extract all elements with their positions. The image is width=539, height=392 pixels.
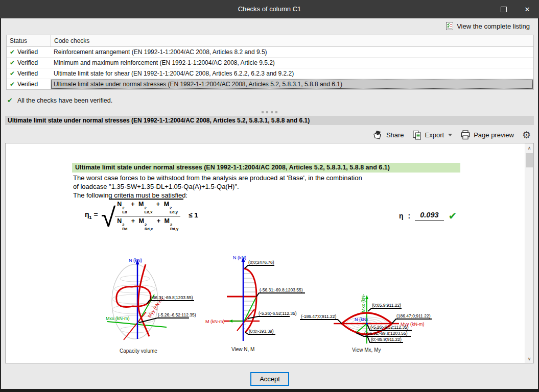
column-header-code-checks[interactable]: Code checks	[51, 35, 533, 46]
view-complete-listing-link[interactable]: View the complete listing	[446, 22, 530, 30]
table-row[interactable]: ✔Verified Minimum and maximum reinforcem…	[7, 58, 533, 68]
printer-icon	[460, 130, 471, 140]
formula-numerator: N2Ed + M2Ed,x + M2Ed,y	[115, 200, 180, 216]
maximize-button[interactable]	[492, 0, 515, 18]
check-icon: ✔	[7, 96, 13, 104]
point-label: (-56.31;-69.8;1203.55)	[150, 295, 193, 300]
accept-button[interactable]: Accept	[250, 372, 289, 386]
check-text: Ultimate limit state under normal stress…	[54, 79, 342, 89]
page-preview-button[interactable]: Page preview	[460, 130, 514, 140]
settings-button[interactable]: ⚙	[522, 130, 531, 140]
check-cell: Reinforcement arrangement (EN 1992-1-1:2…	[51, 47, 533, 57]
close-icon: ✕	[525, 6, 530, 13]
vertical-scrollbar[interactable]: ∧ ∨	[525, 143, 533, 363]
splitter-handle[interactable]	[0, 111, 539, 113]
export-copy-icon	[412, 130, 422, 140]
table-row[interactable]: ✔Verified Ultimate limit state for shear…	[7, 68, 533, 79]
result-value: 0.093	[415, 211, 443, 221]
point-label: (0;0;-393.39)	[249, 329, 274, 334]
report-toolbar: Share Export Page preview ⚙	[373, 128, 531, 142]
status-label: Verified	[17, 47, 38, 57]
section-header: Ultimate limit state under normal stress…	[5, 116, 534, 125]
formula-fraction: N2Ed + M2Ed,x + M2Ed,y N2Rd + M2Rd,x + M…	[109, 199, 183, 232]
summary-line: ✔ All the checks have been verified.	[7, 96, 112, 104]
utilization-result: η : 0.093 ✔	[399, 210, 457, 222]
check-text: Ultimate limit state for shear (EN 1992-…	[54, 68, 294, 79]
utilization-formula: η1 = √ N2Ed + M2Ed,x + M2Ed,y N2Rd + M2R…	[85, 199, 198, 232]
window-frame-left	[0, 18, 1, 392]
result-symbol: η	[399, 212, 404, 220]
column-header-status[interactable]: Status	[7, 35, 51, 46]
formula-condition: ≤ 1	[189, 211, 198, 219]
point-label: (-5.26;-6.52;112.35)	[370, 325, 409, 330]
view-mx-my-diagram: N (kN) Myy (kN-m) Mxx (kN-m) (0;85.9;911…	[297, 294, 465, 360]
check-text: Minimum and maximum reinforcement (EN 19…	[54, 58, 275, 68]
table-row[interactable]: ✔Verified Reinforcement arrangement (EN …	[7, 47, 533, 58]
page-preview-label: Page preview	[474, 131, 514, 139]
status-cell: ✔Verified	[7, 58, 51, 68]
report-title: Ultimate limit state under normal stress…	[72, 163, 460, 173]
point-label: (186.47;0;911.22)	[396, 313, 431, 318]
status-label: Verified	[17, 68, 38, 79]
formula-denominator: N2Rd + M2Rd,x + M2Rd,y	[115, 216, 180, 232]
check-icon: ✔	[449, 210, 457, 222]
share-button[interactable]: Share	[373, 130, 404, 140]
point-label: (-5.26;-6.52;112.35)	[259, 311, 297, 316]
check-icon: ✔	[10, 47, 15, 57]
report-viewport: Ultimate limit state under normal stress…	[5, 143, 534, 363]
report-paragraph: of loadcase "1.35·SW+1.35·DL+1.05·Qa(A)+…	[73, 183, 239, 190]
summary-text: All the checks have been verified.	[17, 97, 112, 104]
checks-table: Status Code checks ✔Verified Reinforceme…	[6, 35, 534, 90]
check-icon: ✔	[10, 79, 15, 89]
checks-dialog: Checks of column C1 ✕ View the complete …	[0, 0, 539, 392]
diagram-caption: Capacity volume	[120, 348, 157, 354]
listing-checklist-icon	[446, 22, 454, 30]
point-label: (-186.47;0;911.22)	[301, 314, 336, 319]
status-label: Verified	[17, 58, 38, 68]
maximize-icon	[501, 7, 507, 12]
share-icon	[373, 130, 383, 140]
point-label: (-56.31;-69.8;1203.55)	[364, 331, 408, 336]
report-paragraph: The following criteria must be satisfied…	[73, 191, 188, 199]
point-label: (-56.31;-69.8;1203.55)	[260, 287, 303, 292]
export-label: Export	[425, 131, 444, 139]
status-label: Verified	[17, 79, 38, 89]
point-label: (-5.26;-6.52;112.35)	[158, 312, 196, 317]
titlebar[interactable]: Checks of column C1 ✕	[0, 0, 539, 18]
axis-label-n: N (kN)	[355, 317, 368, 322]
gear-icon: ⚙	[522, 130, 531, 140]
scrollbar-thumb[interactable]	[526, 153, 533, 167]
close-button[interactable]: ✕	[515, 0, 539, 18]
check-cell-selected: Ultimate limit state under normal stress…	[51, 79, 533, 89]
status-cell: ✔Verified	[7, 68, 51, 79]
scroll-down-button[interactable]: ∨	[525, 354, 533, 363]
diagram-caption: View Mx, My	[352, 347, 381, 353]
report-document: Ultimate limit state under normal stress…	[6, 143, 525, 363]
check-text: Reinforcement arrangement (EN 1992-1-1:2…	[54, 47, 267, 57]
table-row-selected[interactable]: ✔Verified Ultimate limit state under nor…	[7, 79, 533, 89]
check-icon: ✔	[10, 68, 15, 79]
point-label: (0;-85.9;911.22)	[371, 337, 402, 342]
window-frame-bottom	[0, 389, 539, 392]
report-paragraph: The worst case forces to be withstood fr…	[73, 174, 362, 182]
point-label: (0;0;2476.76)	[248, 260, 274, 265]
axis-label-mxx: Mxx (kN-m)	[361, 294, 366, 312]
view-complete-listing-label: View the complete listing	[457, 22, 530, 30]
check-icon: ✔	[10, 58, 15, 68]
diagram-caption: View N, M	[231, 347, 254, 352]
scroll-up-button[interactable]: ∧	[525, 143, 533, 152]
window-buttons: ✕	[492, 0, 539, 18]
axis-label-n: N (kN)	[129, 258, 142, 263]
axis-label-mxx: Mxx (kN-m)	[106, 316, 130, 321]
check-cell: Minimum and maximum reinforcement (EN 19…	[51, 58, 533, 68]
axis-label-n: N (kN)	[233, 255, 246, 260]
export-button[interactable]: Export	[412, 130, 453, 140]
formula-lhs: η1 =	[85, 210, 98, 220]
point-label: (0;85.9;911.22)	[372, 303, 401, 308]
status-cell: ✔Verified	[7, 47, 51, 57]
table-header: Status Code checks	[7, 35, 533, 47]
axis-label-m: M (kN-m)	[205, 319, 225, 324]
caret-down-icon	[448, 134, 452, 136]
check-cell: Ultimate limit state for shear (EN 1992-…	[51, 68, 533, 79]
status-cell: ✔Verified	[7, 79, 51, 89]
